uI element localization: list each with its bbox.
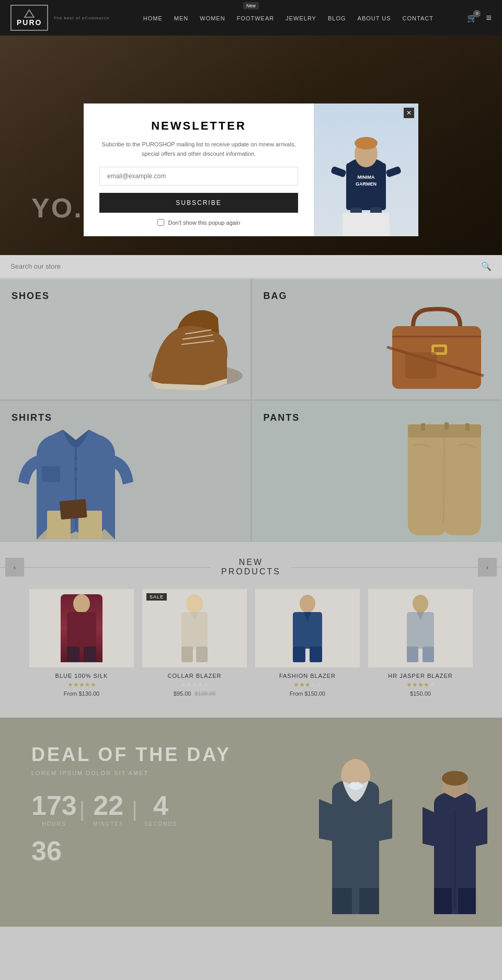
nav-item-home[interactable]: HOME xyxy=(143,13,163,22)
product-price-4: $150.00 xyxy=(368,690,473,697)
svg-marker-0 xyxy=(25,10,34,17)
subscribe-button[interactable]: SUBSCRIBE xyxy=(99,193,298,213)
svg-rect-20 xyxy=(405,352,437,378)
svg-rect-34 xyxy=(465,423,470,431)
svg-point-47 xyxy=(413,595,428,613)
modal-title: NEWSLETTER xyxy=(99,119,298,133)
product-card-4[interactable]: HR JASPER BLAZER ★★★★★ $150.00 xyxy=(368,589,473,697)
category-shirts-label: SHIRTS xyxy=(12,412,52,423)
svg-rect-45 xyxy=(293,647,305,662)
counter-minutes-num: 22 xyxy=(87,792,129,819)
svg-rect-42 xyxy=(196,647,208,662)
product-card-2[interactable]: SALE COLLAR BLAZER ★★★★★ $95.00 $100.00 xyxy=(142,589,247,697)
np-next-button[interactable]: › xyxy=(478,558,497,577)
category-grid: SHOES BAG xyxy=(0,279,502,542)
deal-subtitle: LOREM IPSUM DOLOR SIT AMET xyxy=(31,770,471,776)
deal-counters: 173 HOURS | 22 MINUTES | 4 SECONDS xyxy=(31,792,471,827)
nav-item-women[interactable]: WOMEN xyxy=(200,13,225,22)
modal-box: ✕ NEWSLETTER Subcribe to the PUROSHOP ma… xyxy=(84,103,418,236)
np-line-right xyxy=(291,567,502,568)
nav-item-contact[interactable]: CONTACT xyxy=(403,13,433,22)
nav-item-blog[interactable]: BLOG xyxy=(328,13,346,22)
np-prev-button[interactable]: ‹ xyxy=(5,558,24,577)
navbar: PURO The best of eCommerce New HOME MEN … xyxy=(0,0,502,36)
svg-rect-36 xyxy=(67,612,96,649)
no-show-wrap: Don't show this popup again xyxy=(99,219,298,226)
product-price-1: From $130.00 xyxy=(29,690,134,697)
product-img-2: SALE xyxy=(142,589,247,667)
product-price-3: From $150.00 xyxy=(255,690,360,697)
product-img-4 xyxy=(368,589,473,667)
category-pants[interactable]: PANTS xyxy=(252,401,503,542)
svg-rect-37 xyxy=(67,647,79,662)
logo[interactable]: PURO The best of eCommerce xyxy=(10,5,109,31)
category-shoes-label: SHOES xyxy=(12,291,50,302)
pants-image xyxy=(397,419,492,539)
svg-point-39 xyxy=(186,594,203,613)
hamburger-menu[interactable]: ≡ xyxy=(486,13,492,24)
modal-description: Subcribe to the PUROSHOP mailing list to… xyxy=(99,140,298,158)
svg-rect-11 xyxy=(385,166,402,178)
search-input[interactable] xyxy=(10,262,443,270)
products-row: BLUE 100% SILK ★★★★★ From $130.00 SALE xyxy=(0,589,502,697)
svg-rect-56 xyxy=(434,888,452,914)
bag-image xyxy=(382,300,497,394)
svg-rect-32 xyxy=(421,423,425,431)
svg-rect-53 xyxy=(359,888,379,914)
svg-rect-38 xyxy=(84,647,96,662)
nav-links: HOME MEN WOMEN FOOTWEAR JEWELRY BLOG ABO… xyxy=(143,13,433,22)
svg-point-35 xyxy=(73,594,90,613)
deal-title: DEAL OF THE DAY xyxy=(31,744,471,766)
counter-hours: 173 HOURS xyxy=(31,792,77,827)
svg-rect-46 xyxy=(310,647,322,662)
category-bag[interactable]: BAG xyxy=(252,279,503,399)
no-show-label: Don't show this popup again xyxy=(168,220,241,226)
product-card-3[interactable]: FASHION BLAZER ★★★★★ From $150.00 xyxy=(255,589,360,697)
product-stars-2: ★★★★★ xyxy=(142,681,247,688)
sale-badge-2: SALE xyxy=(146,593,167,601)
svg-rect-19 xyxy=(434,347,444,352)
nav-item-men[interactable]: MEN xyxy=(174,13,188,22)
no-show-checkbox[interactable] xyxy=(157,219,164,226)
newsletter-email-input[interactable] xyxy=(99,167,298,186)
np-title: NEW PRODUCTS xyxy=(211,558,291,577)
nav-item-about[interactable]: ABOUT US xyxy=(358,13,391,22)
np-title-line2: PRODUCTS xyxy=(221,567,281,577)
product-stars-4: ★★★★★ xyxy=(368,681,473,688)
modal-content: NEWSLETTER Subcribe to the PUROSHOP mail… xyxy=(84,103,314,236)
deal-section: DEAL OF THE DAY LOREM IPSUM DOLOR SIT AM… xyxy=(0,718,502,927)
product-person-2 xyxy=(174,594,215,662)
deal-content: DEAL OF THE DAY LOREM IPSUM DOLOR SIT AM… xyxy=(0,744,502,864)
cart-badge: 0 xyxy=(473,10,481,17)
product-card-1[interactable]: BLUE 100% SILK ★★★★★ From $130.00 xyxy=(29,589,134,697)
counter-divider-1: | xyxy=(77,798,87,821)
product-img-1 xyxy=(29,589,134,667)
nav-item-jewelry[interactable]: JEWELRY xyxy=(286,13,316,22)
svg-rect-2 xyxy=(346,163,386,210)
shirts-image xyxy=(10,414,141,539)
logo-icon xyxy=(24,9,35,18)
search-icon[interactable]: 🔍 xyxy=(481,261,492,271)
counter-minutes-label: MINUTES xyxy=(87,821,129,827)
new-products-section: ‹ NEW PRODUCTS › BLUE 100% SILK ★★ xyxy=(0,542,502,718)
counter-hours-num: 173 xyxy=(31,792,77,819)
category-shirts[interactable]: SHIRTS xyxy=(0,401,250,542)
category-bag-label: BAG xyxy=(264,291,288,302)
search-bar: 🔍 xyxy=(0,255,502,278)
product-name-3: FASHION BLAZER xyxy=(255,673,360,679)
logo-box: PURO xyxy=(10,5,48,31)
modal-close-button[interactable]: ✕ xyxy=(404,108,414,118)
modal-image: MINIMA GARMEN xyxy=(314,103,418,236)
np-title-line1: NEW xyxy=(221,558,281,567)
svg-text:GARMEN: GARMEN xyxy=(356,181,376,187)
nav-item-footwear[interactable]: FOOTWEAR xyxy=(237,13,275,22)
np-line-left xyxy=(0,567,211,568)
category-pants-label: PANTS xyxy=(264,412,300,423)
svg-point-26 xyxy=(74,478,77,481)
svg-rect-10 xyxy=(330,166,347,178)
svg-rect-29 xyxy=(60,499,87,520)
category-shoes[interactable]: SHOES xyxy=(0,279,250,399)
cart-icon[interactable]: 🛒 0 xyxy=(467,13,477,23)
new-products-header: ‹ NEW PRODUCTS › xyxy=(0,558,502,577)
hero-section: ✕ NEWSLETTER Subcribe to the PUROSHOP ma… xyxy=(0,36,502,255)
